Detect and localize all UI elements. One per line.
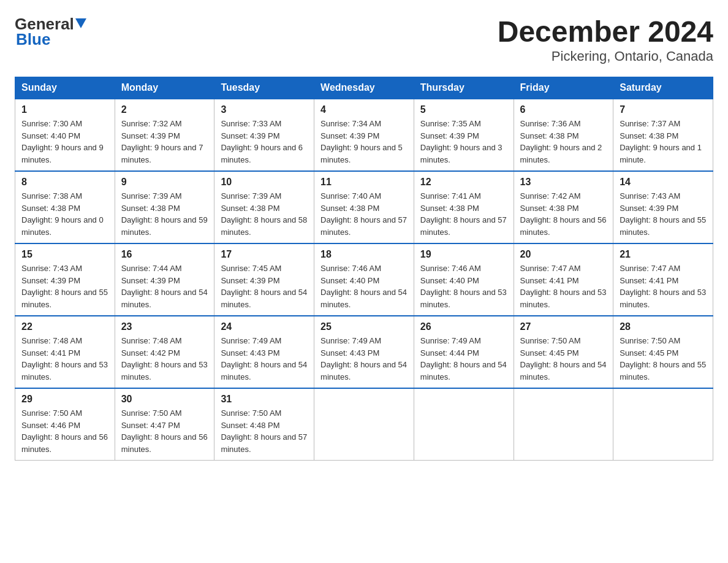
day-info-21: Sunrise: 7:47 AM Sunset: 4:41 PM Dayligh… bbox=[620, 262, 707, 310]
header-monday: Monday bbox=[115, 77, 214, 99]
empty-cell-w4-d3 bbox=[314, 388, 414, 461]
day-info-13: Sunrise: 7:42 AM Sunset: 4:38 PM Dayligh… bbox=[520, 190, 607, 238]
day-info-19: Sunrise: 7:46 AM Sunset: 4:40 PM Dayligh… bbox=[420, 262, 507, 310]
logo-blue-text: Blue bbox=[16, 30, 50, 48]
day-number-8: 8 bbox=[21, 177, 108, 188]
day-info-24: Sunrise: 7:49 AM Sunset: 4:43 PM Dayligh… bbox=[221, 335, 308, 383]
day-number-17: 17 bbox=[221, 249, 308, 260]
header-wednesday: Wednesday bbox=[314, 77, 414, 99]
day-info-10: Sunrise: 7:39 AM Sunset: 4:38 PM Dayligh… bbox=[221, 190, 308, 238]
calendar-table: Sunday Monday Tuesday Wednesday Thursday… bbox=[15, 77, 713, 461]
day-cell-21: 21 Sunrise: 7:47 AM Sunset: 4:41 PM Dayl… bbox=[613, 243, 713, 316]
day-cell-10: 10 Sunrise: 7:39 AM Sunset: 4:38 PM Dayl… bbox=[214, 171, 314, 243]
day-info-17: Sunrise: 7:45 AM Sunset: 4:39 PM Dayligh… bbox=[221, 262, 308, 310]
weekday-header-row: Sunday Monday Tuesday Wednesday Thursday… bbox=[15, 77, 713, 99]
week-row-1: 1 Sunrise: 7:30 AM Sunset: 4:40 PM Dayli… bbox=[15, 99, 713, 171]
day-info-15: Sunrise: 7:43 AM Sunset: 4:39 PM Dayligh… bbox=[21, 262, 108, 310]
day-number-21: 21 bbox=[620, 249, 707, 260]
day-info-25: Sunrise: 7:49 AM Sunset: 4:43 PM Dayligh… bbox=[320, 335, 408, 383]
day-cell-2: 2 Sunrise: 7:32 AM Sunset: 4:39 PM Dayli… bbox=[115, 99, 214, 171]
day-cell-27: 27 Sunrise: 7:50 AM Sunset: 4:45 PM Dayl… bbox=[514, 316, 613, 388]
day-cell-15: 15 Sunrise: 7:43 AM Sunset: 4:39 PM Dayl… bbox=[15, 243, 115, 316]
day-cell-3: 3 Sunrise: 7:33 AM Sunset: 4:39 PM Dayli… bbox=[214, 99, 314, 171]
day-cell-19: 19 Sunrise: 7:46 AM Sunset: 4:40 PM Dayl… bbox=[414, 243, 514, 316]
day-cell-6: 6 Sunrise: 7:36 AM Sunset: 4:38 PM Dayli… bbox=[514, 99, 613, 171]
day-number-15: 15 bbox=[21, 249, 108, 260]
header-friday: Friday bbox=[514, 77, 613, 99]
day-cell-7: 7 Sunrise: 7:37 AM Sunset: 4:38 PM Dayli… bbox=[613, 99, 713, 171]
day-number-6: 6 bbox=[520, 104, 607, 115]
day-number-7: 7 bbox=[620, 104, 707, 115]
day-info-5: Sunrise: 7:35 AM Sunset: 4:39 PM Dayligh… bbox=[420, 118, 507, 166]
day-number-22: 22 bbox=[21, 321, 108, 332]
header-saturday: Saturday bbox=[613, 77, 713, 99]
day-number-11: 11 bbox=[320, 177, 408, 188]
day-number-14: 14 bbox=[620, 177, 707, 188]
week-row-3: 15 Sunrise: 7:43 AM Sunset: 4:39 PM Dayl… bbox=[15, 243, 713, 316]
day-cell-14: 14 Sunrise: 7:43 AM Sunset: 4:39 PM Dayl… bbox=[613, 171, 713, 243]
empty-cell-w4-d5 bbox=[514, 388, 613, 461]
day-info-1: Sunrise: 7:30 AM Sunset: 4:40 PM Dayligh… bbox=[21, 118, 108, 166]
week-row-2: 8 Sunrise: 7:38 AM Sunset: 4:38 PM Dayli… bbox=[15, 171, 713, 243]
day-info-28: Sunrise: 7:50 AM Sunset: 4:45 PM Dayligh… bbox=[620, 335, 707, 383]
day-info-3: Sunrise: 7:33 AM Sunset: 4:39 PM Dayligh… bbox=[221, 118, 308, 166]
page-subtitle: Pickering, Ontario, Canada bbox=[498, 48, 713, 64]
day-cell-30: 30 Sunrise: 7:50 AM Sunset: 4:47 PM Dayl… bbox=[115, 388, 214, 461]
day-cell-22: 22 Sunrise: 7:48 AM Sunset: 4:41 PM Dayl… bbox=[15, 316, 115, 388]
day-info-14: Sunrise: 7:43 AM Sunset: 4:39 PM Dayligh… bbox=[620, 190, 707, 238]
day-info-8: Sunrise: 7:38 AM Sunset: 4:38 PM Dayligh… bbox=[21, 190, 108, 238]
day-info-30: Sunrise: 7:50 AM Sunset: 4:47 PM Dayligh… bbox=[121, 407, 208, 455]
day-info-2: Sunrise: 7:32 AM Sunset: 4:39 PM Dayligh… bbox=[121, 118, 208, 166]
empty-cell-w4-d6 bbox=[613, 388, 713, 461]
day-number-4: 4 bbox=[320, 104, 408, 115]
day-cell-8: 8 Sunrise: 7:38 AM Sunset: 4:38 PM Dayli… bbox=[15, 171, 115, 243]
day-number-29: 29 bbox=[21, 394, 108, 405]
day-cell-12: 12 Sunrise: 7:41 AM Sunset: 4:38 PM Dayl… bbox=[414, 171, 514, 243]
header-thursday: Thursday bbox=[414, 77, 514, 99]
day-cell-23: 23 Sunrise: 7:48 AM Sunset: 4:42 PM Dayl… bbox=[115, 316, 214, 388]
day-number-9: 9 bbox=[121, 177, 208, 188]
day-number-1: 1 bbox=[21, 104, 108, 115]
day-number-20: 20 bbox=[520, 249, 607, 260]
day-info-6: Sunrise: 7:36 AM Sunset: 4:38 PM Dayligh… bbox=[520, 118, 607, 166]
day-number-18: 18 bbox=[320, 249, 408, 260]
day-number-13: 13 bbox=[520, 177, 607, 188]
day-info-31: Sunrise: 7:50 AM Sunset: 4:48 PM Dayligh… bbox=[221, 407, 308, 455]
day-number-30: 30 bbox=[121, 394, 208, 405]
day-info-4: Sunrise: 7:34 AM Sunset: 4:39 PM Dayligh… bbox=[320, 118, 408, 166]
logo: General Blue bbox=[15, 15, 89, 49]
day-number-23: 23 bbox=[121, 321, 208, 332]
header-tuesday: Tuesday bbox=[214, 77, 314, 99]
day-cell-18: 18 Sunrise: 7:46 AM Sunset: 4:40 PM Dayl… bbox=[314, 243, 414, 316]
day-number-12: 12 bbox=[420, 177, 507, 188]
day-cell-25: 25 Sunrise: 7:49 AM Sunset: 4:43 PM Dayl… bbox=[314, 316, 414, 388]
day-cell-13: 13 Sunrise: 7:42 AM Sunset: 4:38 PM Dayl… bbox=[514, 171, 613, 243]
day-number-16: 16 bbox=[121, 249, 208, 260]
day-number-19: 19 bbox=[420, 249, 507, 260]
day-cell-28: 28 Sunrise: 7:50 AM Sunset: 4:45 PM Dayl… bbox=[613, 316, 713, 388]
day-number-24: 24 bbox=[221, 321, 308, 332]
page-header: General Blue December 2024 Pickering, On… bbox=[15, 15, 713, 64]
week-row-5: 29 Sunrise: 7:50 AM Sunset: 4:46 PM Dayl… bbox=[15, 388, 713, 461]
day-cell-1: 1 Sunrise: 7:30 AM Sunset: 4:40 PM Dayli… bbox=[15, 99, 115, 171]
day-number-25: 25 bbox=[320, 321, 408, 332]
day-number-28: 28 bbox=[620, 321, 707, 332]
title-block: December 2024 Pickering, Ontario, Canada bbox=[498, 15, 713, 64]
day-info-20: Sunrise: 7:47 AM Sunset: 4:41 PM Dayligh… bbox=[520, 262, 607, 310]
page-title: December 2024 bbox=[498, 15, 713, 48]
day-number-2: 2 bbox=[121, 104, 208, 115]
day-cell-11: 11 Sunrise: 7:40 AM Sunset: 4:38 PM Dayl… bbox=[314, 171, 414, 243]
day-info-23: Sunrise: 7:48 AM Sunset: 4:42 PM Dayligh… bbox=[121, 335, 208, 383]
day-info-16: Sunrise: 7:44 AM Sunset: 4:39 PM Dayligh… bbox=[121, 262, 208, 310]
day-number-10: 10 bbox=[221, 177, 308, 188]
day-info-11: Sunrise: 7:40 AM Sunset: 4:38 PM Dayligh… bbox=[320, 190, 408, 238]
day-number-26: 26 bbox=[420, 321, 507, 332]
day-info-7: Sunrise: 7:37 AM Sunset: 4:38 PM Dayligh… bbox=[620, 118, 707, 166]
day-cell-5: 5 Sunrise: 7:35 AM Sunset: 4:39 PM Dayli… bbox=[414, 99, 514, 171]
day-cell-29: 29 Sunrise: 7:50 AM Sunset: 4:46 PM Dayl… bbox=[15, 388, 115, 461]
day-cell-16: 16 Sunrise: 7:44 AM Sunset: 4:39 PM Dayl… bbox=[115, 243, 214, 316]
svg-marker-0 bbox=[75, 18, 86, 28]
day-info-9: Sunrise: 7:39 AM Sunset: 4:38 PM Dayligh… bbox=[121, 190, 208, 238]
day-number-27: 27 bbox=[520, 321, 607, 332]
day-cell-31: 31 Sunrise: 7:50 AM Sunset: 4:48 PM Dayl… bbox=[214, 388, 314, 461]
